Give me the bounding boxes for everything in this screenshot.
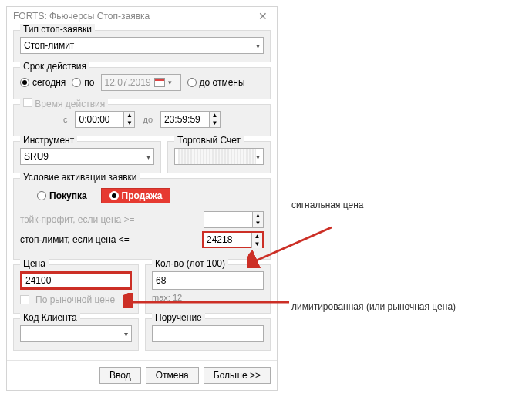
client-code-select[interactable]: ▾ (20, 325, 132, 342)
time-from-value[interactable] (76, 112, 123, 127)
qty-field[interactable]: 68 (152, 271, 264, 290)
group-time-range: Время действия с ▲▼ до ▲▼ (13, 104, 271, 136)
order-type-label: Тип стоп-заявки (20, 24, 95, 35)
chevron-down-icon: ▾ (146, 153, 150, 161)
radio-today[interactable]: сегодня (20, 77, 66, 88)
spin-down-icon[interactable]: ▼ (209, 119, 220, 127)
group-order-type: Тип стоп-заявки Стоп-лимит ▾ (13, 30, 271, 62)
radio-disc-icon (37, 191, 46, 200)
price-field[interactable]: 24100 (20, 271, 132, 290)
validity-label: Срок действия (20, 61, 89, 72)
spin-up-icon[interactable]: ▲ (252, 212, 263, 220)
time-from-label: с (63, 115, 68, 124)
radio-disc-icon (187, 78, 197, 87)
account-label: Торговый Счет (174, 135, 244, 146)
qty-value: 68 (156, 275, 166, 286)
spin-up-icon[interactable]: ▲ (123, 112, 134, 119)
arrow-icon (247, 223, 339, 268)
buy-label: Покупка (49, 190, 87, 201)
radio-disc-icon (109, 191, 119, 200)
radio-until-label: по (84, 77, 94, 88)
sell-label: Продажа (122, 190, 163, 201)
group-account: Торговый Счет ▾ (167, 141, 271, 173)
button-bar: Ввод Отмена Больше >> (7, 360, 277, 390)
cancel-button[interactable]: Отмена (146, 367, 199, 384)
chevron-down-icon: ▾ (256, 153, 260, 161)
annotation-signal: сигнальная цена (291, 194, 415, 212)
chevron-down-icon: ▾ (256, 42, 260, 50)
instrument-select[interactable]: SRU9 ▾ (20, 148, 154, 165)
account-value (178, 149, 256, 164)
time-to-value[interactable] (161, 112, 209, 127)
radio-disc-icon (72, 78, 81, 87)
time-from-field[interactable]: ▲▼ (75, 111, 135, 128)
price-value: 24100 (25, 275, 51, 286)
take-profit-label: тэйк-профит, если цена >= (20, 214, 135, 225)
chevron-down-icon: ▾ (124, 330, 128, 338)
time-range-header: Время действия (20, 98, 108, 109)
group-activation: Условие активации заявки Покупка Продажа… (13, 178, 271, 260)
radio-today-label: сегодня (32, 77, 66, 88)
radio-gtc-label: до отмены (200, 77, 245, 88)
date-field[interactable]: 12.07.2019 ▾ (101, 74, 181, 91)
time-range-checkbox[interactable] (23, 98, 32, 107)
window-title: FORTS: Фьючерсы Стоп-заявка (13, 11, 150, 22)
market-price-label: По рыночной цене (35, 294, 115, 305)
radio-sell[interactable]: Продажа (101, 188, 171, 203)
spin-down-icon[interactable]: ▼ (123, 119, 134, 127)
time-to-label: до (143, 115, 153, 124)
titlebar: FORTS: Фьючерсы Стоп-заявка ✕ (7, 7, 277, 25)
annotation-limit: лимитированная (или рыночная цена) (291, 293, 492, 316)
group-client-code: Код Клиента ▾ (13, 318, 139, 351)
market-price-checkbox[interactable] (20, 295, 29, 304)
group-order-ref: Поручение (145, 318, 271, 351)
order-ref-label: Поручение (152, 312, 205, 323)
calendar-icon (154, 78, 165, 87)
radio-gtc[interactable]: до отмены (187, 77, 245, 88)
order-ref-field[interactable] (152, 325, 264, 342)
stop-limit-value[interactable] (204, 233, 251, 247)
qty-label: Кол-во (лот 100) (152, 258, 228, 269)
instrument-label: Инструмент (20, 135, 77, 146)
order-type-select[interactable]: Стоп-лимит ▾ (20, 37, 264, 54)
arrow-icon (123, 293, 293, 308)
stop-limit-label: стоп-лимит, если цена <= (20, 234, 130, 245)
radio-until[interactable]: по (72, 77, 94, 88)
close-icon[interactable]: ✕ (255, 10, 271, 22)
chevron-down-icon: ▾ (168, 79, 172, 86)
group-instrument: Инструмент SRU9 ▾ (13, 141, 161, 173)
group-validity: Срок действия сегодня по 12.07.2019 ▾ (13, 67, 271, 99)
time-range-label: Время действия (35, 99, 105, 109)
stop-order-dialog: FORTS: Фьючерсы Стоп-заявка ✕ Тип стоп-з… (6, 6, 278, 391)
client-code-label: Код Клиента (20, 312, 80, 323)
radio-buy[interactable]: Покупка (37, 188, 87, 203)
price-label: Цена (20, 258, 49, 269)
take-profit-value[interactable] (204, 212, 252, 227)
spin-up-icon[interactable]: ▲ (209, 112, 220, 119)
svg-line-0 (253, 227, 332, 262)
date-value: 12.07.2019 (105, 77, 151, 88)
more-button[interactable]: Больше >> (204, 367, 271, 384)
time-to-field[interactable]: ▲▼ (160, 111, 221, 128)
enter-button[interactable]: Ввод (99, 367, 141, 384)
activation-label: Условие активации заявки (20, 172, 140, 183)
account-select[interactable]: ▾ (174, 148, 264, 165)
radio-disc-icon (20, 78, 29, 87)
order-type-value: Стоп-лимит (24, 40, 74, 51)
instrument-value: SRU9 (24, 151, 49, 162)
group-price: Цена 24100 По рыночной цене (13, 264, 139, 314)
